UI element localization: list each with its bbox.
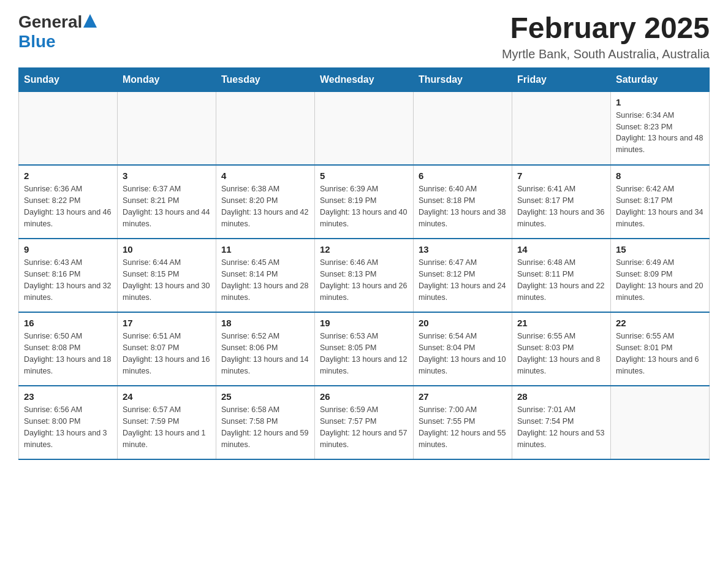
calendar-week-row: 16Sunrise: 6:50 AM Sunset: 8:08 PM Dayli…: [19, 312, 710, 386]
day-info: Sunrise: 6:45 AM Sunset: 8:14 PM Dayligh…: [221, 257, 309, 303]
day-number: 10: [123, 244, 211, 255]
calendar-cell: 8Sunrise: 6:42 AM Sunset: 8:17 PM Daylig…: [611, 165, 710, 239]
day-info: Sunrise: 6:43 AM Sunset: 8:16 PM Dayligh…: [24, 257, 112, 303]
calendar-cell: 5Sunrise: 6:39 AM Sunset: 8:19 PM Daylig…: [315, 165, 414, 239]
calendar-week-row: 1Sunrise: 6:34 AM Sunset: 8:23 PM Daylig…: [19, 91, 710, 165]
day-number: 23: [24, 391, 112, 402]
calendar-cell: 11Sunrise: 6:45 AM Sunset: 8:14 PM Dayli…: [216, 239, 315, 312]
svg-marker-0: [83, 14, 97, 28]
day-number: 7: [517, 170, 605, 181]
calendar-cell: [216, 91, 315, 165]
location-subtitle: Myrtle Bank, South Australia, Australia: [502, 47, 710, 61]
day-number: 21: [517, 318, 605, 328]
calendar-cell: [414, 91, 512, 165]
day-info: Sunrise: 7:00 AM Sunset: 7:55 PM Dayligh…: [419, 404, 507, 450]
day-info: Sunrise: 6:46 AM Sunset: 8:13 PM Dayligh…: [320, 257, 408, 303]
calendar-cell: 25Sunrise: 6:58 AM Sunset: 7:58 PM Dayli…: [216, 386, 315, 459]
day-number: 6: [419, 170, 507, 181]
day-number: 1: [616, 97, 704, 107]
day-info: Sunrise: 6:39 AM Sunset: 8:19 PM Dayligh…: [320, 183, 408, 229]
day-info: Sunrise: 6:49 AM Sunset: 8:09 PM Dayligh…: [616, 257, 704, 303]
calendar-cell: 23Sunrise: 6:56 AM Sunset: 8:00 PM Dayli…: [19, 386, 118, 459]
day-info: Sunrise: 6:34 AM Sunset: 8:23 PM Dayligh…: [616, 110, 704, 156]
calendar-cell: 13Sunrise: 6:47 AM Sunset: 8:12 PM Dayli…: [414, 239, 512, 312]
calendar-cell: 7Sunrise: 6:41 AM Sunset: 8:17 PM Daylig…: [512, 165, 611, 239]
logo-blue-text: Blue: [18, 32, 56, 52]
day-number: 8: [616, 170, 704, 181]
calendar-cell: 17Sunrise: 6:51 AM Sunset: 8:07 PM Dayli…: [118, 312, 216, 386]
col-header-tuesday: Tuesday: [216, 67, 315, 91]
calendar-cell: 2Sunrise: 6:36 AM Sunset: 8:22 PM Daylig…: [19, 165, 118, 239]
day-info: Sunrise: 6:59 AM Sunset: 7:57 PM Dayligh…: [320, 404, 408, 450]
day-number: 2: [24, 170, 112, 181]
day-info: Sunrise: 6:38 AM Sunset: 8:20 PM Dayligh…: [221, 183, 309, 229]
day-number: 20: [419, 318, 507, 328]
col-header-monday: Monday: [118, 67, 216, 91]
calendar-cell: 15Sunrise: 6:49 AM Sunset: 8:09 PM Dayli…: [611, 239, 710, 312]
col-header-thursday: Thursday: [414, 67, 512, 91]
day-number: 16: [24, 318, 112, 328]
calendar-cell: 19Sunrise: 6:53 AM Sunset: 8:05 PM Dayli…: [315, 312, 414, 386]
day-info: Sunrise: 6:55 AM Sunset: 8:03 PM Dayligh…: [517, 331, 605, 377]
calendar-cell: 9Sunrise: 6:43 AM Sunset: 8:16 PM Daylig…: [19, 239, 118, 312]
col-header-sunday: Sunday: [19, 67, 118, 91]
day-info: Sunrise: 6:58 AM Sunset: 7:58 PM Dayligh…: [221, 404, 309, 450]
calendar-cell: 28Sunrise: 7:01 AM Sunset: 7:54 PM Dayli…: [512, 386, 611, 459]
day-number: 5: [320, 170, 408, 181]
day-info: Sunrise: 6:55 AM Sunset: 8:01 PM Dayligh…: [616, 331, 704, 377]
day-info: Sunrise: 6:50 AM Sunset: 8:08 PM Dayligh…: [24, 331, 112, 377]
col-header-saturday: Saturday: [611, 67, 710, 91]
logo: General Blue: [18, 12, 97, 52]
day-info: Sunrise: 6:44 AM Sunset: 8:15 PM Dayligh…: [123, 257, 211, 303]
calendar-cell: 4Sunrise: 6:38 AM Sunset: 8:20 PM Daylig…: [216, 165, 315, 239]
calendar-week-row: 9Sunrise: 6:43 AM Sunset: 8:16 PM Daylig…: [19, 239, 710, 312]
day-info: Sunrise: 6:51 AM Sunset: 8:07 PM Dayligh…: [123, 331, 211, 377]
month-title: February 2025: [502, 12, 710, 45]
calendar-cell: 10Sunrise: 6:44 AM Sunset: 8:15 PM Dayli…: [118, 239, 216, 312]
calendar-week-row: 23Sunrise: 6:56 AM Sunset: 8:00 PM Dayli…: [19, 386, 710, 459]
day-info: Sunrise: 7:01 AM Sunset: 7:54 PM Dayligh…: [517, 404, 605, 450]
col-header-wednesday: Wednesday: [315, 67, 414, 91]
calendar-cell: 24Sunrise: 6:57 AM Sunset: 7:59 PM Dayli…: [118, 386, 216, 459]
day-number: 19: [320, 318, 408, 328]
logo-general-text: General: [18, 12, 82, 32]
calendar-week-row: 2Sunrise: 6:36 AM Sunset: 8:22 PM Daylig…: [19, 165, 710, 239]
day-number: 18: [221, 318, 309, 328]
calendar-cell: 18Sunrise: 6:52 AM Sunset: 8:06 PM Dayli…: [216, 312, 315, 386]
calendar-table: SundayMondayTuesdayWednesdayThursdayFrid…: [18, 67, 710, 461]
day-number: 28: [517, 391, 605, 402]
day-info: Sunrise: 6:37 AM Sunset: 8:21 PM Dayligh…: [123, 183, 211, 229]
day-number: 22: [616, 318, 704, 328]
day-info: Sunrise: 6:52 AM Sunset: 8:06 PM Dayligh…: [221, 331, 309, 377]
day-info: Sunrise: 6:41 AM Sunset: 8:17 PM Dayligh…: [517, 183, 605, 229]
col-header-friday: Friday: [512, 67, 611, 91]
day-number: 3: [123, 170, 211, 181]
day-info: Sunrise: 6:36 AM Sunset: 8:22 PM Dayligh…: [24, 183, 112, 229]
calendar-cell: 20Sunrise: 6:54 AM Sunset: 8:04 PM Dayli…: [414, 312, 512, 386]
day-number: 9: [24, 244, 112, 255]
calendar-cell: [315, 91, 414, 165]
day-info: Sunrise: 6:48 AM Sunset: 8:11 PM Dayligh…: [517, 257, 605, 303]
calendar-cell: 6Sunrise: 6:40 AM Sunset: 8:18 PM Daylig…: [414, 165, 512, 239]
calendar-cell: 14Sunrise: 6:48 AM Sunset: 8:11 PM Dayli…: [512, 239, 611, 312]
title-area: February 2025 Myrtle Bank, South Austral…: [502, 12, 710, 61]
day-info: Sunrise: 6:57 AM Sunset: 7:59 PM Dayligh…: [123, 404, 211, 450]
day-number: 11: [221, 244, 309, 255]
calendar-cell: 21Sunrise: 6:55 AM Sunset: 8:03 PM Dayli…: [512, 312, 611, 386]
day-number: 14: [517, 244, 605, 255]
day-number: 12: [320, 244, 408, 255]
calendar-cell: 1Sunrise: 6:34 AM Sunset: 8:23 PM Daylig…: [611, 91, 710, 165]
calendar-cell: [611, 386, 710, 459]
day-number: 26: [320, 391, 408, 402]
calendar-cell: 22Sunrise: 6:55 AM Sunset: 8:01 PM Dayli…: [611, 312, 710, 386]
day-info: Sunrise: 6:42 AM Sunset: 8:17 PM Dayligh…: [616, 183, 704, 229]
calendar-cell: [512, 91, 611, 165]
calendar-cell: 12Sunrise: 6:46 AM Sunset: 8:13 PM Dayli…: [315, 239, 414, 312]
day-number: 17: [123, 318, 211, 328]
day-info: Sunrise: 6:54 AM Sunset: 8:04 PM Dayligh…: [419, 331, 507, 377]
day-number: 24: [123, 391, 211, 402]
day-number: 15: [616, 244, 704, 255]
day-info: Sunrise: 6:47 AM Sunset: 8:12 PM Dayligh…: [419, 257, 507, 303]
calendar-cell: [19, 91, 118, 165]
day-number: 25: [221, 391, 309, 402]
